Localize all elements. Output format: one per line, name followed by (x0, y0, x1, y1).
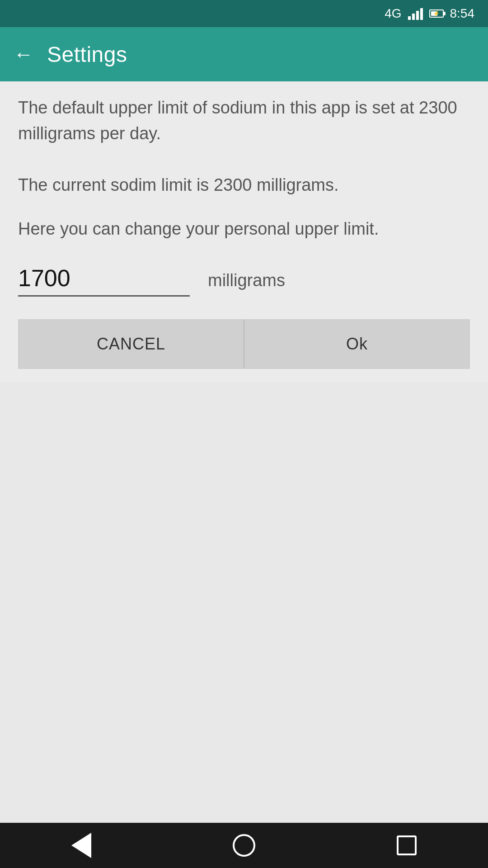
recent-nav-icon (397, 835, 417, 855)
unit-label: milligrams (208, 271, 285, 290)
home-nav-icon (233, 834, 255, 857)
back-button[interactable]: ← (14, 43, 33, 66)
nav-recent-button[interactable] (389, 827, 425, 863)
sodium-limit-input[interactable] (18, 264, 190, 297)
page-title: Settings (47, 42, 127, 67)
description-text: The default upper limit of sodium in thi… (18, 95, 470, 198)
change-text: Here you can change your personal upper … (18, 216, 470, 242)
battery-icon: ⚡ (429, 9, 444, 18)
signal-label: 4G (385, 6, 401, 21)
clock: 8:54 (450, 6, 475, 21)
nav-back-button[interactable] (63, 827, 99, 863)
nav-bar (0, 823, 488, 868)
status-bar: 4G ⚡ 8:54 (0, 0, 488, 27)
buttons-row: CANCEL Ok (18, 319, 470, 369)
back-nav-icon (71, 833, 91, 858)
nav-home-button[interactable] (226, 827, 262, 863)
main-content: The default upper limit of sodium in thi… (0, 81, 488, 382)
signal-icon (408, 7, 423, 20)
input-row: milligrams (18, 264, 470, 297)
ok-button[interactable]: Ok (244, 319, 470, 369)
cancel-button[interactable]: CANCEL (18, 319, 244, 369)
status-icons: 4G ⚡ 8:54 (385, 6, 474, 21)
app-bar: ← Settings (0, 27, 488, 81)
